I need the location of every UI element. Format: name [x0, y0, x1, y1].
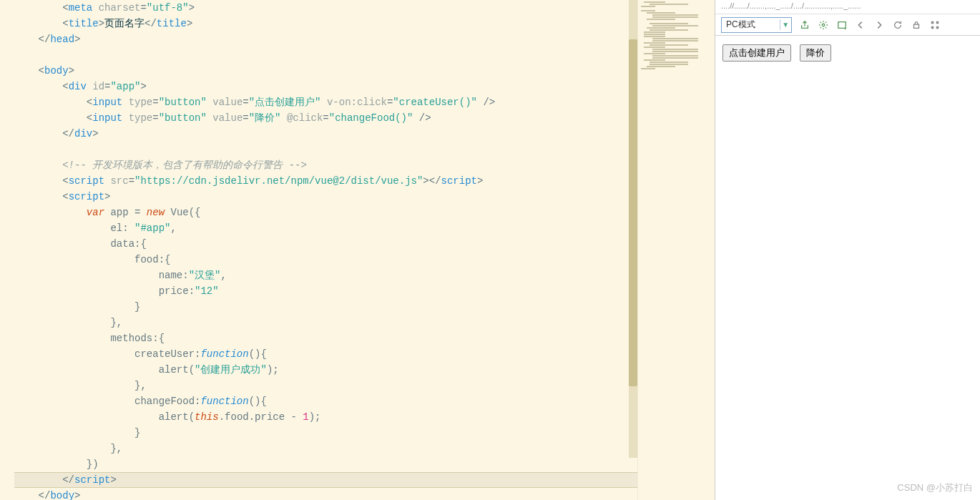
- code-line[interactable]: </body>: [14, 488, 637, 500]
- svg-rect-2: [913, 24, 918, 28]
- editor-minimap[interactable]: [637, 0, 715, 500]
- code-line[interactable]: <title>页面名字</title>: [14, 16, 637, 31]
- code-line[interactable]: <body>: [14, 63, 637, 79]
- code-line[interactable]: }): [14, 456, 637, 472]
- code-line[interactable]: createUser:function(){: [14, 346, 637, 362]
- forward-icon[interactable]: [873, 19, 885, 31]
- code-line[interactable]: <meta charset="utf-8">: [14, 0, 637, 16]
- code-line[interactable]: },: [14, 441, 637, 456]
- preview-area: 点击创建用户 降价: [715, 36, 980, 500]
- code-line[interactable]: },: [14, 315, 637, 330]
- refresh-icon[interactable]: [892, 19, 903, 31]
- svg-rect-4: [936, 21, 939, 24]
- code-line[interactable]: <script>: [14, 189, 637, 205]
- code-line[interactable]: }: [14, 299, 637, 315]
- code-line[interactable]: <input type="button" value="降价" @click="…: [14, 110, 637, 126]
- devtools-toolbar: PC模式 ▼: [715, 14, 980, 36]
- screenshot-icon[interactable]: [836, 19, 848, 31]
- code-line[interactable]: </head>: [14, 31, 637, 47]
- svg-rect-5: [931, 26, 934, 29]
- code-line[interactable]: data:{: [14, 236, 637, 252]
- lock-icon[interactable]: [911, 19, 922, 31]
- scrollbar-track[interactable]: [629, 0, 637, 458]
- discount-button[interactable]: 降价: [800, 44, 831, 62]
- code-line[interactable]: el: "#app",: [14, 220, 637, 236]
- code-line[interactable]: price:"12": [14, 283, 637, 299]
- scrollbar-thumb[interactable]: [629, 39, 637, 386]
- code-line[interactable]: alert("创建用户成功");: [14, 362, 637, 378]
- code-line[interactable]: [14, 47, 637, 63]
- code-line[interactable]: <div id="app">: [14, 79, 637, 94]
- mode-select[interactable]: PC模式 ▼: [721, 17, 792, 33]
- back-icon[interactable]: [855, 19, 866, 31]
- code-line[interactable]: </script>: [14, 472, 637, 488]
- svg-rect-1: [838, 21, 846, 28]
- devtools-pane: ....//....../.......,...._...../..../...…: [715, 0, 980, 500]
- code-line[interactable]: var app = new Vue({: [14, 205, 637, 220]
- code-line[interactable]: },: [14, 378, 637, 393]
- code-line[interactable]: [14, 142, 637, 157]
- chevron-down-icon: ▼: [780, 19, 791, 30]
- code-area[interactable]: <meta charset="utf-8"> <title>页面名字</titl…: [0, 0, 637, 500]
- code-editor-pane[interactable]: <meta charset="utf-8"> <title>页面名字</titl…: [0, 0, 637, 500]
- grid-icon[interactable]: [929, 19, 941, 31]
- code-line[interactable]: name:"汉堡",: [14, 268, 637, 283]
- code-line[interactable]: <!-- 开发环境版本，包含了有帮助的命令行警告 -->: [14, 157, 637, 173]
- watermark: CSDN @小苏打白: [897, 481, 973, 494]
- code-line[interactable]: <script src="https://cdn.jsdelivr.net/np…: [14, 173, 637, 189]
- code-line[interactable]: </div>: [14, 126, 637, 142]
- url-bar: ....//....../.......,...._...../..../...…: [715, 0, 980, 14]
- export-icon[interactable]: [799, 19, 810, 31]
- code-line[interactable]: <input type="button" value="点击创建用户" v-on…: [14, 94, 637, 110]
- code-line[interactable]: alert(this.food.price - 1);: [14, 409, 637, 425]
- code-line[interactable]: }: [14, 425, 637, 441]
- code-line[interactable]: changeFood:function(){: [14, 393, 637, 409]
- svg-point-0: [822, 24, 825, 26]
- svg-rect-3: [931, 21, 934, 24]
- create-user-button[interactable]: 点击创建用户: [722, 44, 791, 62]
- mode-select-label: PC模式: [722, 19, 780, 31]
- gear-icon[interactable]: [818, 19, 829, 31]
- code-line[interactable]: methods:{: [14, 330, 637, 346]
- svg-rect-6: [936, 26, 939, 29]
- code-line[interactable]: food:{: [14, 252, 637, 268]
